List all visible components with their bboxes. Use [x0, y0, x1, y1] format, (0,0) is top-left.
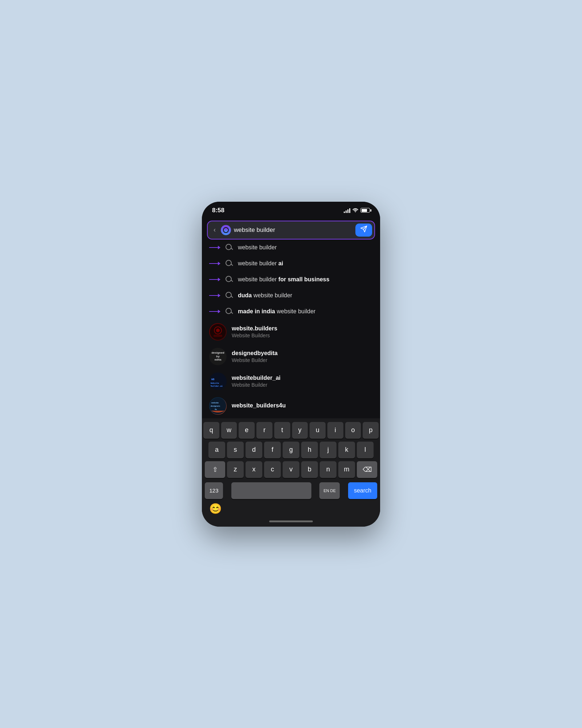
keyboard-row-1: q w e r t y u i o p [203, 422, 379, 439]
suggestion-arrow [209, 246, 220, 249]
key-o[interactable]: o [345, 422, 361, 439]
key-z[interactable]: z [227, 461, 244, 478]
backspace-key[interactable]: ⌫ [357, 461, 377, 478]
account-item[interactable]: website designers 4u website_builders4u [202, 394, 380, 418]
search-input[interactable]: website builder [234, 226, 352, 234]
key-h[interactable]: h [301, 442, 318, 458]
key-u[interactable]: u [310, 422, 326, 439]
arrow-head [218, 294, 220, 297]
account-info: designedbyedita Website Builder [232, 350, 278, 363]
key-t[interactable]: t [274, 422, 290, 439]
account-item[interactable]: website.builders Website Builders [202, 319, 380, 344]
key-i[interactable]: i [327, 422, 343, 439]
keyboard-row-2: a s d f g h j k l [203, 442, 379, 458]
language-key[interactable]: EN DE [319, 482, 340, 499]
suggestion-item[interactable]: duda website builder [202, 287, 380, 303]
suggestion-item[interactable]: website builder for small business [202, 272, 380, 287]
arrow-line [209, 311, 218, 312]
key-q[interactable]: q [203, 422, 219, 439]
account-avatar: WB Website Builder.ai [209, 373, 227, 390]
svg-point-5 [210, 373, 226, 390]
account-info: website.builders Website Builders [232, 325, 277, 338]
key-x[interactable]: x [246, 461, 262, 478]
account-item[interactable]: designedbyedita designedbyedita Website … [202, 344, 380, 369]
keyboard-search-key[interactable]: search [348, 482, 377, 499]
arrow-line [209, 263, 218, 264]
key-b[interactable]: b [301, 461, 318, 478]
phone-frame: 8:58 ‹ [202, 202, 380, 527]
status-time: 8:58 [212, 207, 224, 214]
key-a[interactable]: a [208, 442, 225, 458]
battery-fill [362, 209, 367, 212]
account-item[interactable]: WB Website Builder.ai websitebuilder_ai … [202, 369, 380, 394]
svg-point-0 [355, 212, 356, 212]
signal-bar-3 [347, 209, 348, 213]
suggestion-item[interactable]: website builder [202, 240, 380, 256]
key-r[interactable]: r [256, 422, 272, 439]
back-button[interactable]: ‹ [211, 225, 218, 235]
search-suggestion-icon [226, 244, 233, 251]
search-suggestion-icon [226, 308, 233, 315]
key-v[interactable]: v [283, 461, 299, 478]
browser-icon [221, 225, 231, 235]
account-category: Website Builder [232, 357, 278, 363]
search-submit-button[interactable] [355, 224, 372, 237]
key-e[interactable]: e [239, 422, 255, 439]
key-p[interactable]: p [363, 422, 379, 439]
wifi-icon [352, 208, 358, 213]
key-f[interactable]: f [264, 442, 281, 458]
svg-text:website: website [211, 402, 219, 404]
key-g[interactable]: g [283, 442, 299, 458]
account-username: designedbyedita [232, 350, 278, 357]
suggestion-text: website builder [238, 244, 277, 251]
suggestion-arrow [209, 278, 220, 281]
home-bar [269, 520, 313, 522]
account-info: website_builders4u [232, 402, 286, 410]
suggestions-container: website builder website builder ai websi… [202, 240, 380, 418]
send-icon [360, 225, 367, 234]
account-category: Website Builders [232, 333, 277, 338]
account-username: website_builders4u [232, 402, 286, 409]
svg-text:Website: Website [211, 382, 219, 384]
search-bar-container: ‹ website builder [202, 217, 380, 240]
key-y[interactable]: y [292, 422, 308, 439]
svg-point-3 [216, 329, 220, 332]
suggestion-text: duda website builder [238, 292, 292, 299]
arrow-line [209, 247, 218, 248]
battery-icon [360, 208, 370, 213]
search-suggestion-icon [226, 276, 233, 283]
arrow-head [218, 310, 220, 313]
shift-key[interactable]: ⇧ [205, 461, 225, 478]
space-key[interactable] [231, 482, 311, 499]
svg-text:designers: designers [211, 405, 220, 407]
arrow-head [218, 278, 220, 281]
keyboard-extras: 😊 [202, 499, 380, 518]
key-l[interactable]: l [357, 442, 374, 458]
signal-bars-icon [344, 208, 350, 213]
keyboard: q w e r t y u i o p a s d f g h j k l ⇧ … [202, 418, 380, 499]
account-avatar [209, 323, 227, 341]
suggestion-arrow [209, 294, 220, 297]
numbers-key[interactable]: 123 [205, 482, 223, 499]
account-username: websitebuilder_ai [232, 375, 280, 381]
search-suggestion-icon [226, 260, 233, 267]
key-d[interactable]: d [246, 442, 262, 458]
suggestion-item[interactable]: website builder ai [202, 256, 380, 272]
account-category: Website Builder [232, 382, 280, 388]
suggestion-item[interactable]: made in india website builder [202, 303, 380, 319]
signal-bar-4 [349, 208, 350, 213]
key-c[interactable]: c [264, 461, 281, 478]
svg-text:Builder.ai: Builder.ai [211, 385, 223, 387]
emoji-button[interactable]: 😊 [208, 501, 223, 516]
svg-rect-4 [214, 335, 222, 337]
account-avatar: designedbyedita [209, 348, 227, 365]
key-s[interactable]: s [227, 442, 244, 458]
key-w[interactable]: w [221, 422, 237, 439]
search-bar: ‹ website builder [207, 221, 375, 240]
key-k[interactable]: k [338, 442, 355, 458]
key-m[interactable]: m [338, 461, 355, 478]
key-j[interactable]: j [320, 442, 336, 458]
status-bar: 8:58 [202, 202, 380, 217]
account-avatar: website designers 4u [209, 397, 227, 415]
key-n[interactable]: n [320, 461, 336, 478]
